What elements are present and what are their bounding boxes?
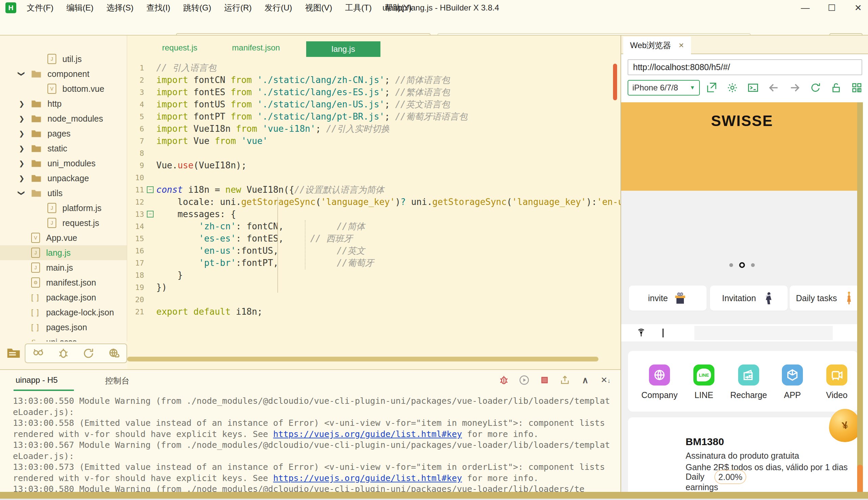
menu-item-v[interactable]: 视图(V) (299, 2, 339, 13)
project-manager-icon[interactable] (7, 347, 20, 359)
code-line-20[interactable]: 20 (127, 293, 621, 306)
open-page-icon[interactable] (706, 82, 717, 93)
code-line-4[interactable]: 4import fontUS from './static/lang/en-US… (127, 98, 621, 111)
chevron-right-icon[interactable]: ❯ (18, 100, 26, 108)
run-circle-icon[interactable] (519, 375, 530, 386)
chevron-right-icon[interactable]: ❯ (18, 144, 26, 152)
stop-icon[interactable] (539, 375, 550, 386)
action-card-invitation[interactable]: Invitation (710, 286, 788, 311)
tree-item-static[interactable]: ❯static (0, 141, 127, 156)
debug-icon[interactable] (498, 375, 509, 386)
code-line-19[interactable]: 19}) (127, 281, 621, 293)
unlock-icon[interactable] (830, 82, 842, 93)
menu-item-u[interactable]: 发行(U) (258, 2, 298, 13)
minimize-button[interactable]: — (799, 1, 812, 14)
menu-item-g[interactable]: 跳转(G) (177, 2, 218, 13)
tree-item-http[interactable]: ❯http (0, 96, 127, 111)
tree-item-lang-js[interactable]: Jlang.js (0, 245, 127, 260)
code-line-18[interactable]: 18 } (127, 269, 621, 281)
tree-item-main-js[interactable]: Jmain.js (0, 260, 127, 275)
close-icon[interactable]: ✕ (678, 41, 684, 49)
close-button[interactable]: ✕ (852, 1, 865, 14)
export-icon[interactable] (559, 375, 570, 386)
carousel-dots[interactable] (621, 262, 863, 268)
settings-icon[interactable] (727, 82, 738, 93)
tree-item-platform-js[interactable]: Jplatform.js (0, 201, 127, 215)
carousel-dot[interactable] (729, 263, 733, 267)
chevron-right-icon[interactable]: ❯ (18, 174, 26, 182)
chevron-right-icon[interactable]: ❯ (18, 114, 26, 123)
action-card-invite[interactable]: invite (629, 286, 706, 311)
fold-minus-icon[interactable]: − (147, 211, 154, 217)
code-line-15[interactable]: 15 'es-es': fontES, // 西班牙 (127, 232, 621, 245)
menu-item-s[interactable]: 选择(S) (100, 2, 140, 13)
editor-tab-manifest-json[interactable]: manifest.json (225, 43, 287, 53)
debug-icon[interactable] (57, 347, 69, 360)
code-line-8[interactable]: 8 (127, 147, 621, 159)
tree-item-uni_modules[interactable]: ❯uni_modules (0, 156, 127, 171)
tree-item-util-js[interactable]: Jutil.js (0, 52, 127, 66)
clear-close-icon[interactable]: ✕↓ (600, 375, 611, 386)
web-icon[interactable] (108, 347, 120, 360)
code-line-9[interactable]: 9Vue.use(VueI18n); (127, 159, 621, 171)
tree-item-pages-json[interactable]: [ ]pages.json (0, 320, 127, 335)
code-line-13[interactable]: 13− messages: { (127, 208, 621, 220)
tree-item-manifest-json[interactable]: ⚙manifest.json (0, 275, 127, 290)
browser-tab[interactable]: Web浏览器 ✕ (623, 37, 691, 54)
hero-banner[interactable]: SWISSE (621, 102, 863, 191)
console-link[interactable]: https://vuejs.org/guide/list.html#key (273, 473, 462, 483)
editor-tab-lang-js[interactable]: lang.js (306, 41, 380, 57)
terminal-icon[interactable] (747, 82, 759, 93)
console-link[interactable]: https://vuejs.org/guide/list.html#key (273, 429, 462, 439)
tree-item-unpackage[interactable]: ❯unpackage (0, 171, 127, 186)
tree-item-App-vue[interactable]: VApp.vue (0, 230, 127, 245)
editor-vertical-scrollbar[interactable] (613, 64, 617, 100)
browser-scrollbar-thumb[interactable] (857, 465, 863, 494)
carousel-dot[interactable] (751, 263, 755, 267)
golden-egg-icon[interactable]: ¥ (829, 409, 861, 442)
chevron-down-icon[interactable]: ❯ (18, 189, 26, 197)
app-link-recharge[interactable]: Recharge (728, 364, 769, 400)
code-line-5[interactable]: 5import fontPT from './static/lang/pt-BR… (127, 111, 621, 123)
tree-item-pages[interactable]: ❯pages (0, 126, 127, 141)
console-tab-uinapp-h5[interactable]: uinapp - H5 (15, 375, 58, 385)
code-line-10[interactable]: 10 (127, 171, 621, 184)
code-line-16[interactable]: 16 'en-us':fontUS, //英文 (127, 245, 621, 257)
console-log[interactable]: 13:03:00.550 Module Warning (from ./node… (13, 396, 610, 495)
chevron-right-icon[interactable]: ❯ (18, 129, 26, 137)
grid-icon[interactable] (851, 82, 863, 93)
action-card-daily-tasks[interactable]: Daily tasks (790, 286, 863, 311)
code-line-12[interactable]: 12 locale: uni.getStorageSync('language_… (127, 196, 621, 208)
browser-scrollbar-track[interactable] (857, 102, 863, 492)
menu-item-r[interactable]: 运行(R) (218, 2, 258, 13)
code-line-14[interactable]: 14 'zh-cn': fontCN, //简体 (127, 220, 621, 232)
code-line-3[interactable]: 3import fontES from './static/lang/es-ES… (127, 86, 621, 98)
sync-icon[interactable] (82, 347, 94, 360)
console-tab-kongzhitai[interactable]: 控制台 (105, 375, 130, 386)
notice-marquee[interactable] (621, 324, 863, 341)
url-input[interactable] (627, 59, 862, 75)
app-link-line[interactable]: LINELINE (683, 364, 724, 400)
tree-item-package-lock-json[interactable]: [ ]package-lock.json (0, 305, 127, 320)
code-line-2[interactable]: 2import fontCN from './static/lang/zh-CN… (127, 74, 621, 86)
code-line-21[interactable]: 21export default i18n; (127, 306, 621, 318)
fold-toggle-icon[interactable]: − (144, 211, 156, 217)
maximize-button[interactable]: ☐ (825, 1, 838, 14)
app-link-video[interactable]: Video (816, 364, 857, 400)
tree-item-component[interactable]: ❯component (0, 66, 127, 81)
code-line-1[interactable]: 1// 引入语言包 (127, 62, 621, 74)
forward-icon[interactable] (789, 82, 801, 93)
menu-item-i[interactable]: 查找(I) (140, 2, 177, 13)
fold-toggle-icon[interactable]: − (144, 186, 156, 193)
code-line-7[interactable]: 7import Vue from 'vue' (127, 135, 621, 147)
menu-item-e[interactable]: 编辑(E) (60, 2, 100, 13)
fold-minus-icon[interactable]: − (147, 186, 154, 193)
collapse-icon[interactable]: ∧ (580, 375, 591, 386)
chevron-down-icon[interactable]: ❯ (18, 70, 26, 78)
code-line-11[interactable]: 11−const i18n = new VueI18n({//设置默认语言为简体 (127, 184, 621, 196)
editor-horizontal-scrollbar[interactable] (127, 357, 599, 362)
app-link-company[interactable]: Company (639, 364, 680, 400)
code-area[interactable]: 1// 引入语言包2import fontCN from './static/l… (127, 62, 621, 318)
back-icon[interactable] (768, 82, 779, 93)
tree-item-uni-scss[interactable]: Suni.scss (0, 335, 127, 341)
